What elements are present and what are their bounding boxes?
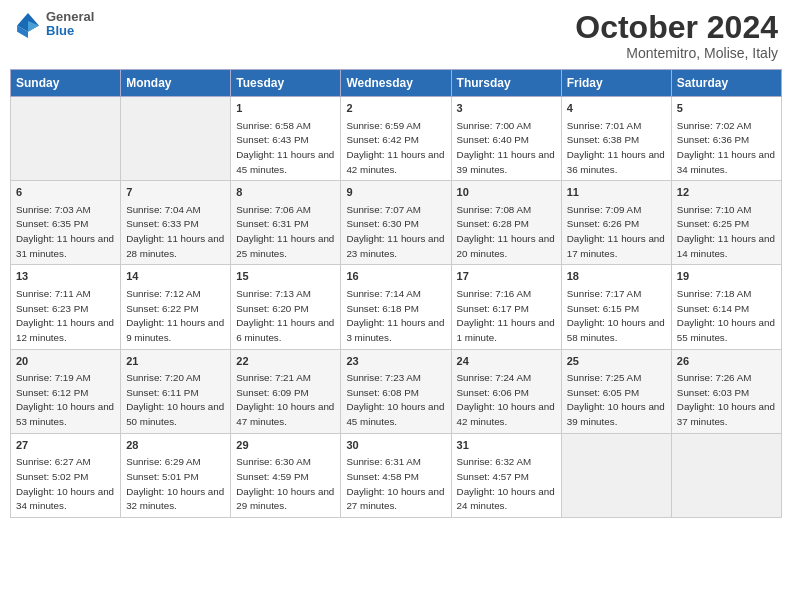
- calendar-day-cell: 5Sunrise: 7:02 AMSunset: 6:36 PMDaylight…: [671, 97, 781, 181]
- day-info: Sunrise: 7:14 AMSunset: 6:18 PMDaylight:…: [346, 288, 444, 343]
- day-info: Sunrise: 6:31 AMSunset: 4:58 PMDaylight:…: [346, 456, 444, 511]
- day-number: 29: [236, 438, 335, 453]
- day-number: 24: [457, 354, 556, 369]
- day-number: 28: [126, 438, 225, 453]
- day-number: 31: [457, 438, 556, 453]
- day-number: 4: [567, 101, 666, 116]
- day-info: Sunrise: 7:09 AMSunset: 6:26 PMDaylight:…: [567, 204, 665, 259]
- day-info: Sunrise: 7:11 AMSunset: 6:23 PMDaylight:…: [16, 288, 114, 343]
- calendar-day-cell: 10Sunrise: 7:08 AMSunset: 6:28 PMDayligh…: [451, 181, 561, 265]
- day-number: 14: [126, 269, 225, 284]
- calendar-day-cell: 12Sunrise: 7:10 AMSunset: 6:25 PMDayligh…: [671, 181, 781, 265]
- title-block: October 2024 Montemitro, Molise, Italy: [575, 10, 778, 61]
- calendar-day-cell: 22Sunrise: 7:21 AMSunset: 6:09 PMDayligh…: [231, 349, 341, 433]
- day-info: Sunrise: 7:08 AMSunset: 6:28 PMDaylight:…: [457, 204, 555, 259]
- calendar-day-cell: 29Sunrise: 6:30 AMSunset: 4:59 PMDayligh…: [231, 433, 341, 517]
- day-number: 2: [346, 101, 445, 116]
- weekday-header: Monday: [121, 70, 231, 97]
- day-info: Sunrise: 7:26 AMSunset: 6:03 PMDaylight:…: [677, 372, 775, 427]
- day-number: 18: [567, 269, 666, 284]
- day-number: 13: [16, 269, 115, 284]
- day-info: Sunrise: 7:19 AMSunset: 6:12 PMDaylight:…: [16, 372, 114, 427]
- day-info: Sunrise: 7:17 AMSunset: 6:15 PMDaylight:…: [567, 288, 665, 343]
- day-number: 7: [126, 185, 225, 200]
- calendar-day-cell: 26Sunrise: 7:26 AMSunset: 6:03 PMDayligh…: [671, 349, 781, 433]
- day-info: Sunrise: 7:00 AMSunset: 6:40 PMDaylight:…: [457, 120, 555, 175]
- calendar-week-row: 1Sunrise: 6:58 AMSunset: 6:43 PMDaylight…: [11, 97, 782, 181]
- calendar-day-cell: [121, 97, 231, 181]
- weekday-header: Sunday: [11, 70, 121, 97]
- day-number: 30: [346, 438, 445, 453]
- day-number: 8: [236, 185, 335, 200]
- day-number: 23: [346, 354, 445, 369]
- calendar-day-cell: 6Sunrise: 7:03 AMSunset: 6:35 PMDaylight…: [11, 181, 121, 265]
- day-info: Sunrise: 7:03 AMSunset: 6:35 PMDaylight:…: [16, 204, 114, 259]
- calendar-day-cell: [561, 433, 671, 517]
- day-number: 26: [677, 354, 776, 369]
- calendar-week-row: 6Sunrise: 7:03 AMSunset: 6:35 PMDaylight…: [11, 181, 782, 265]
- calendar-day-cell: 16Sunrise: 7:14 AMSunset: 6:18 PMDayligh…: [341, 265, 451, 349]
- calendar-day-cell: 9Sunrise: 7:07 AMSunset: 6:30 PMDaylight…: [341, 181, 451, 265]
- day-info: Sunrise: 7:02 AMSunset: 6:36 PMDaylight:…: [677, 120, 775, 175]
- calendar-day-cell: 15Sunrise: 7:13 AMSunset: 6:20 PMDayligh…: [231, 265, 341, 349]
- page-header: General Blue October 2024 Montemitro, Mo…: [10, 10, 782, 61]
- day-number: 1: [236, 101, 335, 116]
- location: Montemitro, Molise, Italy: [575, 45, 778, 61]
- day-info: Sunrise: 7:07 AMSunset: 6:30 PMDaylight:…: [346, 204, 444, 259]
- calendar-day-cell: 20Sunrise: 7:19 AMSunset: 6:12 PMDayligh…: [11, 349, 121, 433]
- day-info: Sunrise: 7:12 AMSunset: 6:22 PMDaylight:…: [126, 288, 224, 343]
- day-info: Sunrise: 7:18 AMSunset: 6:14 PMDaylight:…: [677, 288, 775, 343]
- calendar-day-cell: 28Sunrise: 6:29 AMSunset: 5:01 PMDayligh…: [121, 433, 231, 517]
- day-info: Sunrise: 7:06 AMSunset: 6:31 PMDaylight:…: [236, 204, 334, 259]
- day-info: Sunrise: 6:58 AMSunset: 6:43 PMDaylight:…: [236, 120, 334, 175]
- calendar-day-cell: 19Sunrise: 7:18 AMSunset: 6:14 PMDayligh…: [671, 265, 781, 349]
- logo: General Blue: [14, 10, 94, 39]
- day-info: Sunrise: 7:04 AMSunset: 6:33 PMDaylight:…: [126, 204, 224, 259]
- day-number: 19: [677, 269, 776, 284]
- calendar-week-row: 13Sunrise: 7:11 AMSunset: 6:23 PMDayligh…: [11, 265, 782, 349]
- day-number: 10: [457, 185, 556, 200]
- calendar-day-cell: 18Sunrise: 7:17 AMSunset: 6:15 PMDayligh…: [561, 265, 671, 349]
- day-number: 17: [457, 269, 556, 284]
- day-info: Sunrise: 7:20 AMSunset: 6:11 PMDaylight:…: [126, 372, 224, 427]
- logo-icon: [14, 10, 42, 38]
- day-number: 12: [677, 185, 776, 200]
- calendar-day-cell: 3Sunrise: 7:00 AMSunset: 6:40 PMDaylight…: [451, 97, 561, 181]
- logo-text: General Blue: [46, 10, 94, 39]
- day-number: 16: [346, 269, 445, 284]
- day-number: 25: [567, 354, 666, 369]
- day-info: Sunrise: 7:25 AMSunset: 6:05 PMDaylight:…: [567, 372, 665, 427]
- weekday-header: Thursday: [451, 70, 561, 97]
- day-number: 5: [677, 101, 776, 116]
- day-info: Sunrise: 7:13 AMSunset: 6:20 PMDaylight:…: [236, 288, 334, 343]
- calendar-day-cell: 27Sunrise: 6:27 AMSunset: 5:02 PMDayligh…: [11, 433, 121, 517]
- weekday-header: Tuesday: [231, 70, 341, 97]
- calendar-day-cell: 13Sunrise: 7:11 AMSunset: 6:23 PMDayligh…: [11, 265, 121, 349]
- calendar-week-row: 27Sunrise: 6:27 AMSunset: 5:02 PMDayligh…: [11, 433, 782, 517]
- day-number: 3: [457, 101, 556, 116]
- calendar-day-cell: 21Sunrise: 7:20 AMSunset: 6:11 PMDayligh…: [121, 349, 231, 433]
- day-info: Sunrise: 7:01 AMSunset: 6:38 PMDaylight:…: [567, 120, 665, 175]
- day-number: 15: [236, 269, 335, 284]
- day-info: Sunrise: 6:59 AMSunset: 6:42 PMDaylight:…: [346, 120, 444, 175]
- calendar-table: SundayMondayTuesdayWednesdayThursdayFrid…: [10, 69, 782, 518]
- calendar-day-cell: 14Sunrise: 7:12 AMSunset: 6:22 PMDayligh…: [121, 265, 231, 349]
- day-number: 11: [567, 185, 666, 200]
- calendar-day-cell: 1Sunrise: 6:58 AMSunset: 6:43 PMDaylight…: [231, 97, 341, 181]
- logo-line2: Blue: [46, 24, 94, 38]
- day-info: Sunrise: 7:24 AMSunset: 6:06 PMDaylight:…: [457, 372, 555, 427]
- day-info: Sunrise: 6:32 AMSunset: 4:57 PMDaylight:…: [457, 456, 555, 511]
- day-info: Sunrise: 6:29 AMSunset: 5:01 PMDaylight:…: [126, 456, 224, 511]
- calendar-day-cell: 25Sunrise: 7:25 AMSunset: 6:05 PMDayligh…: [561, 349, 671, 433]
- day-number: 20: [16, 354, 115, 369]
- weekday-header: Wednesday: [341, 70, 451, 97]
- day-info: Sunrise: 7:16 AMSunset: 6:17 PMDaylight:…: [457, 288, 555, 343]
- day-info: Sunrise: 7:23 AMSunset: 6:08 PMDaylight:…: [346, 372, 444, 427]
- calendar-day-cell: 17Sunrise: 7:16 AMSunset: 6:17 PMDayligh…: [451, 265, 561, 349]
- calendar-day-cell: 2Sunrise: 6:59 AMSunset: 6:42 PMDaylight…: [341, 97, 451, 181]
- weekday-header: Saturday: [671, 70, 781, 97]
- day-number: 22: [236, 354, 335, 369]
- weekday-header-row: SundayMondayTuesdayWednesdayThursdayFrid…: [11, 70, 782, 97]
- day-number: 6: [16, 185, 115, 200]
- calendar-day-cell: 30Sunrise: 6:31 AMSunset: 4:58 PMDayligh…: [341, 433, 451, 517]
